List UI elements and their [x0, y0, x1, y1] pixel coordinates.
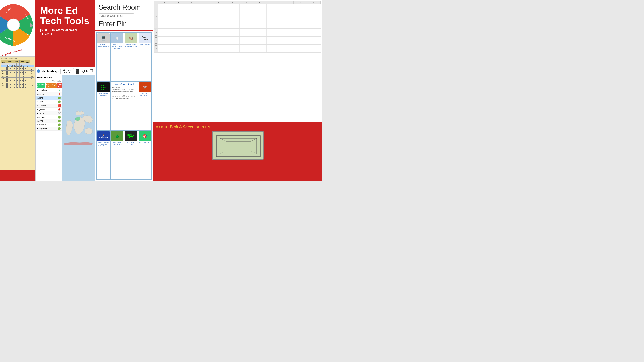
etch-title-row: MAGIC Etch A Sheet SCREEN	[156, 125, 320, 129]
choice-instruction-1: 1. Have Fun!	[112, 86, 136, 88]
spreadsheet-rows: 1 2 3 4 5 6 7 8 9 10 11 12 13 14 15 16 1…	[154, 4, 321, 53]
col-a-header: A	[158, 1, 172, 4]
choice-grid: 🖥️ Start here: Mousing Around 🖱️ Hard: M…	[96, 32, 152, 180]
turing-tape: 00000010 00000010	[1, 58, 34, 59]
etch-drawing-svg	[212, 132, 264, 160]
col-h-header: H	[253, 1, 266, 4]
etch-screen-label: SCREEN	[196, 125, 210, 128]
cell-label-lightbrite[interactable]: Medium: Digital Light-brite	[97, 92, 110, 96]
choice-board-outer: 🖥️ Start here: Mousing Around 🖱️ Hard: M…	[95, 31, 153, 181]
turing-table: InState Reading Write Move NewState 0 1 …	[1, 60, 34, 88]
list-item[interactable]: Algeria 🟢	[36, 96, 62, 100]
col-i-header: I	[266, 1, 280, 4]
stat-remaining: Remaining: 173	[46, 83, 56, 88]
choice-cell-owlie[interactable]: 🦉OwlieBOO Medium: OwlieBOO mouse and key…	[96, 130, 110, 179]
col-g-header: G	[240, 1, 253, 4]
list-item[interactable]: Afghanistan 🏳	[36, 88, 62, 92]
spinner-arrow	[30, 23, 34, 27]
etch-content-area: MAGIC Etch A Sheet SCREEN	[153, 122, 322, 181]
cell-label-trace[interactable]: Hard: Trace to th...	[139, 142, 151, 143]
dropdown-icon[interactable]: ▾	[88, 70, 89, 72]
turing-col-state: InState	[1, 60, 6, 63]
map-area	[62, 75, 95, 181]
map-site-name: MapPuzzle.xyz	[42, 70, 59, 73]
turing-panel: 00000010 00000010 InState Reading Write …	[0, 56, 35, 170]
col-k-header: K	[294, 1, 307, 4]
choice-cell-lightbrite[interactable]: ◼◼◼◼ ◼◼◼◼◼ Medium: Digital Light-brite	[96, 81, 110, 130]
choice-cell-voxels[interactable]: 🌲 Hard: Voxels building game	[110, 130, 124, 179]
map-puzzle-title: World Borders	[36, 75, 62, 80]
col-f-header: F	[226, 1, 240, 4]
ctrl-enter-label: or press ctrl+enter	[2, 49, 22, 56]
cell-label-mouse-tutorial[interactable]: Hard: Mouse Tutorial (reading required)	[111, 44, 124, 49]
turing-col-move: Move	[19, 60, 25, 63]
list-item[interactable]: Armenia 🗺	[36, 111, 62, 115]
choice-cell-mouse-tutorial2[interactable]: 🐿️ Mouse Tutorial (reading required)	[124, 32, 138, 82]
col-d-header: D	[199, 1, 212, 4]
turing-col-reading: Reading	[6, 60, 14, 63]
choice-instructions-cell: Mouse Choice Board 1. Have Fun! 2. Compl…	[110, 81, 138, 130]
col-e-header: E	[212, 1, 226, 4]
choice-instruction-2: 2. Complete at least 8 of The game board…	[112, 88, 136, 95]
choice-cell-color-sort[interactable]: ColorGame Easy: Color Sort	[138, 32, 152, 82]
col-l-header: L	[307, 1, 321, 4]
cell-label-owlie[interactable]: Medium: OwlieBOO mouse and keyboard prac…	[97, 142, 110, 147]
choice-instruction-3: 3. Use the fill tool to color in any box…	[112, 95, 136, 100]
search-input-wrap[interactable]	[98, 13, 150, 18]
col-j-header: J	[280, 1, 294, 4]
col-b-header: B	[172, 1, 185, 4]
svg-point-0	[7, 19, 20, 31]
list-item[interactable]: Antarctica 🟥	[36, 104, 62, 108]
search-room-title: Search Room	[98, 3, 150, 11]
choice-cell-minimouse[interactable]: 🐭 Medium: Minimouse G	[138, 81, 152, 130]
etch-spreadsheet-panel: A B C D E F G H I J K L 1 2 3 4 5	[154, 1, 321, 122]
choice-cell-robot[interactable]: MAKE AROBOT Hard: Make a Robot	[124, 130, 138, 179]
map-toolbar: MapPuzzle.xyz Select a Puzzle A ★ Englis…	[36, 67, 95, 75]
turing-col-write: Write	[14, 60, 20, 63]
cell-label-color-sort[interactable]: Easy: Color Sort	[140, 44, 150, 45]
choice-cell-mouse-tutorial[interactable]: 🖱️ Hard: Mouse Tutorial (reading require…	[110, 32, 124, 82]
fullscreen-button[interactable]: ⛶	[90, 69, 93, 73]
list-item[interactable]: Bangladesh 🟢	[36, 127, 62, 131]
hero-banner: More Ed Tech Tools (YOU KNOW YOU WANT TH…	[36, 0, 95, 67]
list-item[interactable]: Angola 🟢	[36, 100, 62, 104]
country-list: Afghanistan 🏳 Albania ⬇ Algeria 🟢 Angola…	[36, 88, 62, 131]
map-logo-icon	[37, 69, 40, 73]
language-label: English	[80, 70, 88, 73]
map-stats: Founds: 0 Remaining: 173 Fails: 0	[36, 83, 62, 88]
cell-label-voxels[interactable]: Hard: Voxels building game	[111, 142, 124, 145]
choice-board-heading: Mouse Choice Board	[112, 83, 136, 85]
stat-founds: Founds: 0	[36, 83, 45, 88]
search-rooms-input[interactable]	[98, 13, 134, 18]
col-c-header: C	[185, 1, 199, 4]
etch-magic-label: MAGIC	[156, 125, 167, 128]
list-item[interactable]: Australia 🟢	[36, 115, 62, 119]
lang-icon: A ★	[76, 69, 79, 73]
spinner-panel: 1. Which 2. who were the- 3. who did you…	[0, 0, 35, 56]
enter-pin-title: Enter Pin	[98, 20, 150, 28]
turing-col-newstate: NewState	[25, 60, 30, 63]
search-room-panel: Search Room Enter Pin	[95, 0, 153, 30]
cell-label-robot[interactable]: Hard: Make a Robot	[125, 142, 137, 145]
map-select-puzzle[interactable]: Select a Puzzle	[60, 68, 74, 74]
map-sidebar: World Borders 7 Seconds Founds: 0 Remain…	[36, 75, 62, 181]
stat-fails: Fails: 0	[57, 83, 62, 88]
hero-title: More Ed Tech Tools	[40, 5, 90, 26]
choice-cell-trace[interactable]: 🎯 Hard: Trace to th...	[138, 130, 152, 179]
list-item[interactable]: Argentina 📌	[36, 108, 62, 111]
cell-label-minimouse[interactable]: Medium: Minimouse G	[138, 92, 151, 96]
list-item[interactable]: Azerbaijan 🟢	[36, 123, 62, 127]
map-timer: 7 Seconds	[36, 80, 62, 83]
hero-subtitle: (YOU KNOW YOU WANT THEM!)	[40, 29, 90, 36]
choice-cell-mousing[interactable]: 🖥️ Start here: Mousing Around	[96, 32, 110, 82]
world-map-svg	[62, 75, 95, 181]
list-item[interactable]: Austria 🟢	[36, 119, 62, 123]
map-puzzle-panel: MapPuzzle.xyz Select a Puzzle A ★ Englis…	[36, 67, 95, 181]
list-item[interactable]: Albania ⬇	[36, 92, 62, 96]
etch-display	[212, 131, 264, 160]
cell-label-mousing[interactable]: Start here: Mousing Around	[97, 44, 110, 47]
col1-bottom-red	[0, 170, 35, 181]
etch-sheet-label: Etch A Sheet	[170, 125, 193, 129]
cell-label-mouse-tutorial2[interactable]: Mouse Tutorial (reading required)	[125, 44, 137, 47]
